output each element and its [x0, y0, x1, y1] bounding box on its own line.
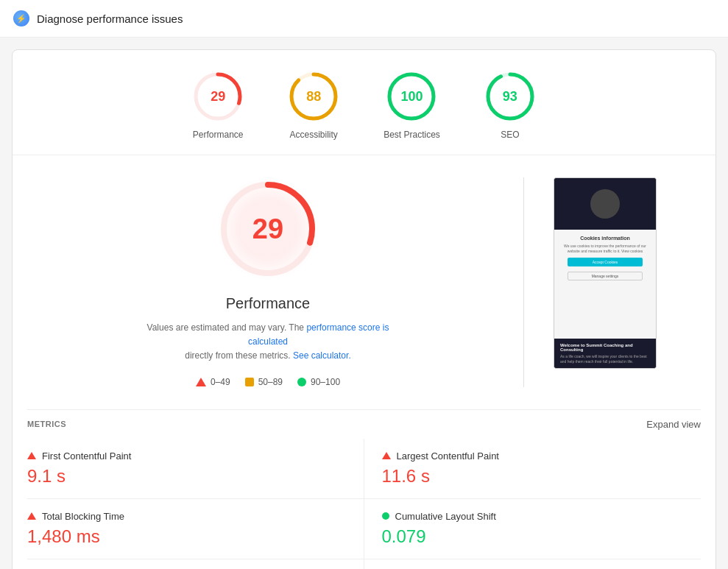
score-label-best-practices: Best Practices	[384, 130, 440, 140]
metrics-grid: First Contentful Paint 9.1 s Largest Con…	[27, 439, 701, 569]
metric-value-fcp: 9.1 s	[27, 466, 364, 487]
metric-value-cls: 0.079	[382, 526, 702, 547]
vertical-divider	[523, 177, 524, 387]
legend-label-low: 0–49	[211, 377, 230, 387]
metric-name-row-tbt: Total Blocking Time	[27, 511, 364, 522]
screenshot-preview: Cookies information We use cookies to im…	[554, 177, 657, 369]
score-value-best-practices: 100	[400, 89, 423, 105]
modal-body-text: We use cookies to improve the performanc…	[560, 244, 650, 253]
metric-name-row-fcp: First Contentful Paint	[27, 450, 364, 462]
score-item-accessibility[interactable]: 88 Accessibility	[288, 71, 339, 140]
desc-middle: directly from these metrics.	[185, 350, 290, 361]
score-circle-best-practices: 100	[386, 71, 437, 122]
triangle-red-icon-tbt	[27, 512, 36, 520]
perf-title: Performance	[226, 295, 311, 312]
triangle-red-icon	[196, 378, 206, 386]
square-orange-icon	[245, 378, 254, 386]
metrics-header: METRICS Expand view	[27, 409, 701, 439]
score-item-best-practices[interactable]: 100 Best Practices	[384, 71, 440, 140]
legend-item-high: 90–100	[297, 377, 340, 387]
metric-card-cls: Cumulative Layout Shift 0.079	[364, 499, 702, 559]
header-title: Diagnose performance issues	[37, 13, 183, 25]
metric-card-lcp: Largest Contentful Paint 11.6 s	[364, 439, 702, 499]
triangle-red-icon-lcp	[382, 452, 391, 459]
circle-green-icon	[297, 378, 306, 386]
scores-section: 29 Performance 88 Accessibility 10	[13, 50, 715, 155]
metric-value-tbt: 1,480 ms	[27, 526, 364, 547]
metric-card-si: Speed Index 9.4 s	[27, 559, 364, 569]
content-section: 29 Performance Values are estimated and …	[13, 155, 715, 409]
lighthouse-icon: ⚡	[13, 10, 29, 26]
legend-item-low: 0–49	[196, 377, 230, 387]
legend-label-mid: 50–89	[258, 377, 283, 387]
score-circle-seo: 93	[484, 71, 536, 122]
metrics-section: METRICS Expand view First Contentful Pai…	[13, 409, 715, 569]
score-circle-performance: 29	[192, 71, 244, 122]
metric-card-tbt: Total Blocking Time 1,480 ms	[27, 499, 364, 559]
big-score-number: 29	[252, 213, 283, 245]
big-score-circle: 29	[216, 177, 319, 280]
main-card: 29 Performance 88 Accessibility 10	[12, 49, 716, 569]
header: ⚡ Diagnose performance issues	[0, 0, 728, 38]
modal-accept-btn: Accept Cookies	[568, 258, 643, 266]
calculator-link[interactable]: See calculator.	[293, 350, 351, 361]
modal-manage-btn: Manage settings	[568, 272, 643, 280]
screenshot-footer: Welcome to Summit Coaching and Consultin…	[554, 339, 656, 368]
perf-description: Values are estimated and may vary. The p…	[143, 321, 393, 364]
score-value-performance: 29	[211, 89, 225, 105]
expand-view-button[interactable]: Expand view	[646, 419, 701, 430]
score-value-accessibility: 88	[306, 89, 321, 105]
score-label-performance: Performance	[193, 130, 244, 140]
desc-before: Values are estimated and may vary. The	[147, 322, 304, 333]
legend-label-high: 90–100	[311, 377, 340, 387]
screenshot-panel: Cookies information We use cookies to im…	[554, 177, 686, 387]
footer-heading-text: Welcome to Summit Coaching and Consultin…	[560, 343, 650, 352]
metric-name-cls: Cumulative Layout Shift	[395, 511, 496, 522]
legend: 0–49 50–89 90–100	[196, 377, 340, 387]
score-circle-accessibility: 88	[288, 71, 339, 122]
metric-name-row-cls: Cumulative Layout Shift	[382, 511, 702, 522]
metric-name-fcp: First Contentful Paint	[42, 450, 131, 462]
metric-name-lcp: Largest Contentful Paint	[397, 450, 499, 462]
modal-title-text: Cookies information	[560, 236, 650, 241]
metric-name-row-lcp: Largest Contentful Paint	[382, 450, 702, 462]
dot-green-icon-cls	[382, 512, 389, 520]
metric-card-fcp: First Contentful Paint 9.1 s	[27, 439, 364, 499]
person-silhouette	[590, 189, 620, 219]
score-item-performance[interactable]: 29 Performance	[192, 71, 244, 140]
triangle-red-icon-fcp	[27, 452, 36, 459]
performance-panel: 29 Performance Values are estimated and …	[42, 177, 494, 387]
legend-item-mid: 50–89	[245, 377, 283, 387]
footer-body-text: As a life coach, we will inspire your cl…	[560, 354, 650, 364]
score-label-seo: SEO	[501, 130, 519, 140]
metric-name-tbt: Total Blocking Time	[42, 511, 124, 522]
score-label-accessibility: Accessibility	[289, 130, 337, 140]
score-value-seo: 93	[503, 89, 517, 105]
metric-value-lcp: 11.6 s	[382, 466, 702, 487]
score-item-seo[interactable]: 93 SEO	[484, 71, 536, 140]
screenshot-top	[554, 178, 656, 230]
screenshot-modal: Cookies information We use cookies to im…	[554, 230, 656, 339]
metrics-title: METRICS	[27, 420, 66, 428]
